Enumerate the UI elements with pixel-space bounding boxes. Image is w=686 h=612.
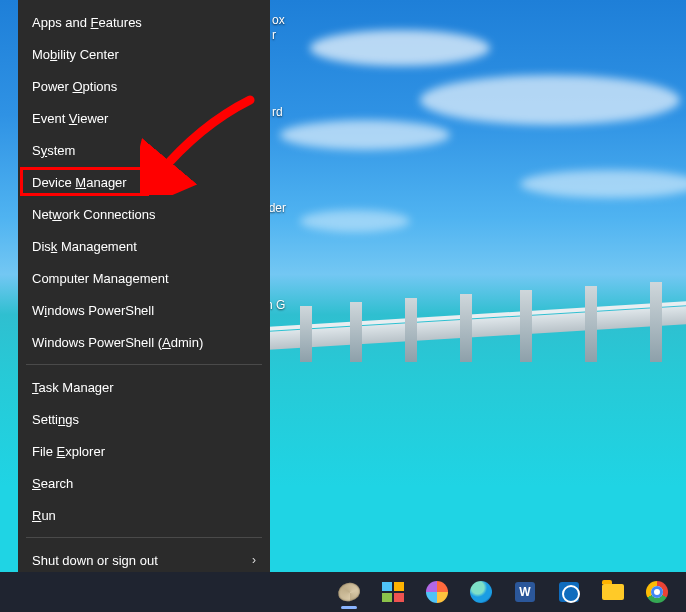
menu-item-settings[interactable]: Settings [18, 403, 270, 435]
taskbar-item-microsoft-edge[interactable] [462, 573, 500, 611]
menu-item-label: Power Options [32, 79, 117, 94]
menu-item-computer-management[interactable]: Computer Management [18, 262, 270, 294]
menu-item-task-manager[interactable]: Task Manager [18, 371, 270, 403]
menu-item-label: Windows PowerShell [32, 303, 154, 318]
menu-item-label: Settings [32, 412, 79, 427]
menu-item-event-viewer[interactable]: Event Viewer [18, 102, 270, 134]
menu-item-label: Shut down or sign out [32, 553, 158, 568]
screen: oxrrdlderh G Apps and FeaturesMobility C… [0, 0, 686, 612]
menu-item-system[interactable]: System [18, 134, 270, 166]
menu-item-label: Run [32, 508, 56, 523]
edge-icon [470, 581, 492, 603]
menu-item-run[interactable]: Run [18, 499, 270, 531]
files-icon [382, 582, 404, 602]
menu-item-label: Mobility Center [32, 47, 119, 62]
desktop-icon-label-fragment: r [272, 28, 276, 42]
menu-item-label: File Explorer [32, 444, 105, 459]
bridge-illustration [265, 305, 686, 350]
taskbar[interactable]: W [0, 572, 686, 612]
menu-item-label: Apps and Features [32, 15, 142, 30]
menu-item-label: Disk Management [32, 239, 137, 254]
outlook-icon [559, 582, 579, 602]
menu-item-disk-management[interactable]: Disk Management [18, 230, 270, 262]
menu-item-apps-features[interactable]: Apps and Features [18, 6, 270, 38]
menu-item-label: System [32, 143, 75, 158]
taskbar-item-microsoft-outlook[interactable] [550, 573, 588, 611]
winx-power-user-menu[interactable]: Apps and FeaturesMobility CenterPower Op… [18, 0, 270, 572]
chevron-right-icon: › [252, 553, 256, 567]
taskbar-item-google-chrome[interactable] [638, 573, 676, 611]
menu-item-device-manager[interactable]: Device Manager [18, 166, 270, 198]
menu-item-mobility-center[interactable]: Mobility Center [18, 38, 270, 70]
menu-item-network-connections[interactable]: Network Connections [18, 198, 270, 230]
taskbar-item-copilot[interactable] [418, 573, 456, 611]
menu-item-label: Computer Management [32, 271, 169, 286]
taskbar-item-file-explorer[interactable] [594, 573, 632, 611]
word-icon: W [515, 582, 535, 602]
menu-item-label: Windows PowerShell (Admin) [32, 335, 203, 350]
menu-item-label: Event Viewer [32, 111, 108, 126]
taskbar-item-files-app[interactable] [374, 573, 412, 611]
menu-item-search[interactable]: Search [18, 467, 270, 499]
menu-item-label: Task Manager [32, 380, 114, 395]
taskbar-item-microsoft-word[interactable]: W [506, 573, 544, 611]
menu-separator [26, 364, 262, 365]
menu-item-label: Device Manager [32, 175, 127, 190]
menu-separator [26, 537, 262, 538]
copilot-icon [426, 581, 448, 603]
desktop-icon-label-fragment: ox [272, 13, 285, 27]
shell-icon [336, 580, 362, 603]
taskbar-item-shell-app[interactable] [330, 573, 368, 611]
menu-item-power-options[interactable]: Power Options [18, 70, 270, 102]
menu-item-label: Search [32, 476, 73, 491]
menu-item-label: Network Connections [32, 207, 156, 222]
menu-item-windows-powershell[interactable]: Windows PowerShell [18, 294, 270, 326]
menu-item-windows-powershell-admin[interactable]: Windows PowerShell (Admin) [18, 326, 270, 358]
folder-icon [602, 584, 624, 600]
menu-item-file-explorer[interactable]: File Explorer [18, 435, 270, 467]
chrome-icon [646, 581, 668, 603]
desktop-icon-label-fragment: rd [272, 105, 283, 119]
